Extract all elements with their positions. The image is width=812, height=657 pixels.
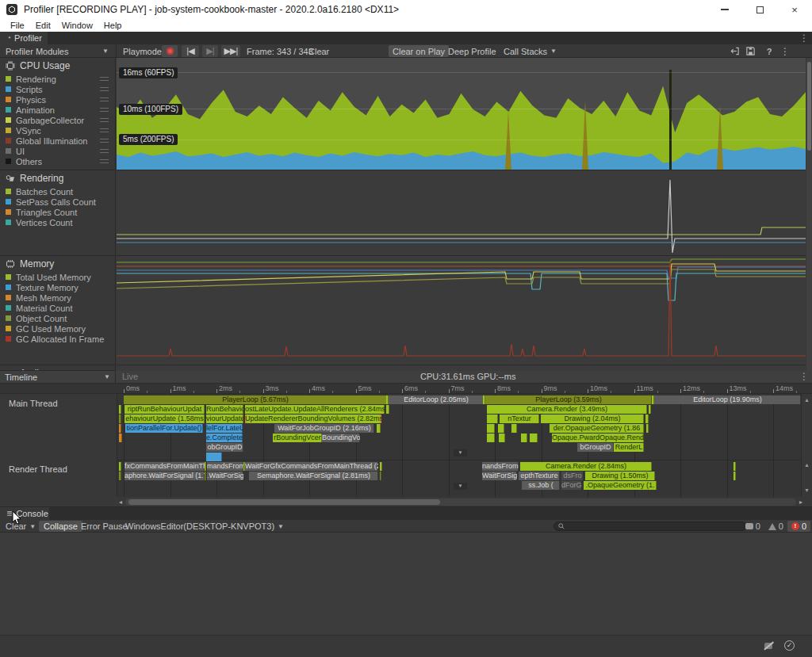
menu-help[interactable]: Help [98,21,128,30]
call-stacks-dropdown[interactable]: Call Stacks▼ [500,45,561,57]
timeline-block[interactable] [646,424,649,433]
warning-count-badge[interactable]: 0 [764,521,787,532]
module-item-triangles-count[interactable]: Triangles Count [0,207,115,217]
timeline-block[interactable] [499,434,505,442]
timeline-block[interactable] [119,424,121,433]
module-header[interactable]: Audio [0,365,115,371]
maximize-button[interactable] [742,0,777,19]
timeline-block[interactable] [521,434,527,442]
console-log-area[interactable] [0,533,812,636]
module-item-setpass-calls-count[interactable]: SetPass Calls Count [0,197,115,207]
clear-button[interactable]: Clear [304,45,333,57]
timeline-block[interactable] [377,424,381,433]
drag-handle-icon[interactable] [100,108,109,112]
timeline-block[interactable] [119,405,121,414]
timeline-block[interactable]: mandsFromM [207,462,243,471]
timeline-block[interactable]: .OpaqueGeometry (1. [584,481,657,490]
module-header[interactable]: CPU Usage [0,58,115,74]
timeline-block[interactable]: ostLateUpdate.UpdateAllRenderers (2.84ms [245,405,385,414]
scrollbar-track[interactable] [125,498,796,506]
drag-handle-icon[interactable] [100,77,109,81]
scroll-up-icon[interactable]: ▲ [804,462,810,468]
module-item-rendering[interactable]: Rendering [0,74,115,84]
timeline-block[interactable]: Camera.Render (2.84ms) [520,462,652,471]
timeline-block[interactable] [380,472,381,480]
timeline-block[interactable]: obGroupID [206,443,243,452]
main-thread-expand-icon[interactable]: ▼ [454,449,467,456]
timeline-block[interactable]: WaitForGfxCommandsFromMainThread (2.8 [245,462,378,471]
help-icon[interactable]: ? [761,47,777,56]
scrollbar-thumb[interactable] [128,499,440,505]
timeline-block[interactable]: lelFor.LateU [206,424,243,433]
drag-handle-icon[interactable] [100,97,109,101]
timeline-block[interactable] [511,424,517,433]
module-item-scripts[interactable]: Scripts [0,84,115,94]
timeline-block[interactable]: WaitForSig [482,472,517,480]
timeline-block[interactable]: e.Complete [206,434,243,442]
timeline-block[interactable] [119,414,121,423]
module-item-total-used-memory[interactable]: Total Used Memory [0,272,115,282]
timeline-block[interactable] [652,395,654,404]
module-item-texture-memory[interactable]: Texture Memory [0,282,115,292]
memory-chart[interactable] [117,256,806,365]
timeline-block[interactable] [733,462,736,471]
timeline-block[interactable] [530,434,538,442]
timeline-horizontal-scrollbar[interactable]: ◂ ▸ [0,497,812,507]
drag-handle-icon[interactable] [100,159,109,163]
prev-frame-button[interactable]: |◀ [182,45,199,57]
menu-window[interactable]: Window [56,21,98,30]
scroll-right-icon[interactable]: ▸ [799,498,802,506]
module-header[interactable]: Memory [0,256,115,272]
timeline-block[interactable]: WaitForJobGroupID (2.16ms) [274,424,374,433]
timeline-block[interactable]: RenderL [614,443,644,452]
timeline-scroll-gutter[interactable]: ▲ ▲ ▼ [801,394,812,497]
timeline-block[interactable]: BoundingVol [322,434,360,442]
drag-handle-icon[interactable] [100,139,109,143]
module-item-gc-allocated-in-frame[interactable]: GC Allocated In Frame [0,334,115,344]
timeline-block[interactable]: UpdateRendererBoundingVolumes (2.82ms [245,414,381,423]
timeline-block[interactable] [483,395,485,404]
save-icon[interactable] [745,46,761,56]
drag-handle-icon[interactable] [100,128,109,132]
module-item-garbagecollector[interactable]: GarbageCollector [0,115,115,125]
timeline-block[interactable]: PlayerLoop (3.59ms) [485,395,652,404]
timeline-block[interactable]: rBoundingVcer [273,434,322,442]
timeline-block[interactable]: EditorLoop (2.05ms) [389,395,484,404]
rendering-chart[interactable] [117,170,806,256]
timeline-block[interactable]: RunBehaviou [206,405,243,414]
timeline-block[interactable]: riptRunBehaviourUpdat [124,405,205,414]
module-item-material-count[interactable]: Material Count [0,303,115,313]
timeline-view-dropdown[interactable]: Timeline▼ [0,371,116,383]
timeline-block[interactable]: dForGr [561,481,582,490]
render-thread-expand-icon[interactable]: ▼ [454,483,467,490]
load-icon[interactable] [730,46,745,56]
timeline-block[interactable]: aphore.WaitForSignal (1.75 [124,472,205,480]
timeline-block[interactable] [119,472,121,480]
drag-handle-icon[interactable] [100,87,109,91]
timeline-block[interactable]: fxCommandsFromMainThr [124,462,205,471]
timeline-block[interactable]: Semaphore.WaitForSignal (2.81ms) [249,472,378,480]
timeline-block[interactable] [733,472,736,480]
timeline-block[interactable] [487,424,495,433]
timeline-menu-icon[interactable]: ⋮ [799,371,809,382]
drag-handle-icon[interactable] [100,118,109,122]
scrollbar-thumb[interactable] [807,62,811,151]
clear-on-play-toggle[interactable]: Clear on Play [389,45,449,57]
module-item-animation[interactable]: Animation [0,105,115,115]
timeline-block[interactable]: tionParallelFor.Update() [125,424,203,433]
timeline-block[interactable]: ehaviourUpdate (1.58ms [124,414,205,423]
module-item-others[interactable]: Others [0,156,115,166]
console-search-input[interactable] [553,521,747,531]
timeline-block[interactable]: nandsFromM [482,462,519,471]
timeline-track-pane[interactable]: ▼ ▼ PlayerLoop (5.67ms)EditorLoop (2.05m… [117,394,801,497]
timeline-block[interactable] [487,414,498,423]
overflow-menu-icon[interactable]: ⋮ [777,46,793,57]
module-item-mesh-memory[interactable]: Mesh Memory [0,292,115,303]
record-button[interactable] [162,45,178,57]
timeline-block[interactable] [649,405,651,414]
timeline-block[interactable] [498,424,504,433]
timeline-block[interactable]: dsFro [561,472,584,480]
timeline-block[interactable] [119,434,122,442]
timeline-block[interactable] [386,405,389,414]
timeline-block[interactable]: epthTexture [519,472,560,480]
